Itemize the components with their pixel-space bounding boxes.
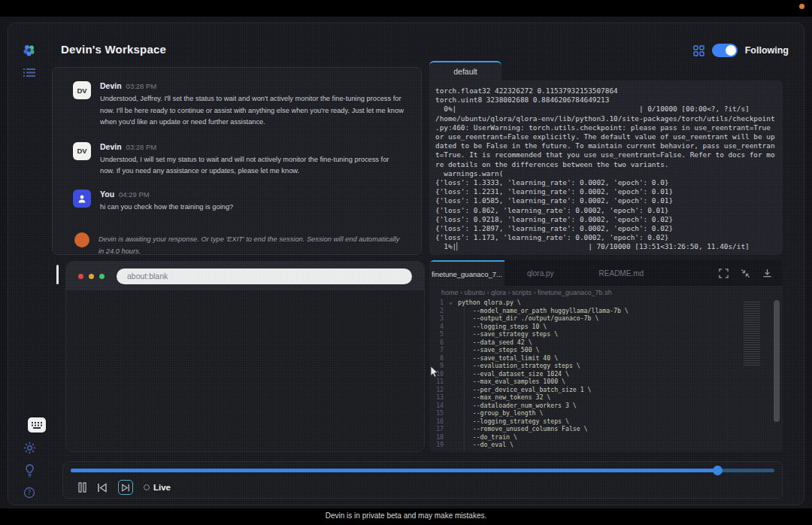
- terminal-line: warnings.warn(: [435, 169, 777, 178]
- editor-tab-label: README.md: [599, 269, 644, 278]
- following-label: Following: [745, 45, 789, 56]
- terminal-line: {'loss': 1.0585, 'learning_rate': 0.0002…: [435, 196, 777, 205]
- breadcrumb-text: home › ubuntu › qlora › scripts › finetu…: [441, 289, 612, 296]
- terminal-line: or use_reentrant=False explicitly. The d…: [435, 132, 777, 141]
- message-text: Understood, Jeffrey. I'll set the status…: [100, 93, 404, 129]
- line-number: 19: [429, 441, 449, 449]
- editor-tab-qlora-py[interactable]: qlora.py: [504, 260, 577, 286]
- live-dot-icon: [144, 484, 150, 490]
- code-line: --logging_steps 10 \: [458, 323, 547, 331]
- code-line: --max_eval_samples 1000 \: [458, 378, 565, 386]
- close-traffic-dot[interactable]: [78, 274, 83, 279]
- code-line: --max_new_tokens 32 \: [458, 393, 550, 402]
- chat-message: DV Devin03:28 PM Understood, I will set …: [73, 142, 404, 178]
- terminal-tab-default[interactable]: default: [429, 61, 501, 80]
- terminal-line: {'loss': 1.3333, 'learning_rate': 0.0002…: [435, 178, 777, 187]
- line-number: 6: [429, 338, 449, 347]
- message-time: 04:29 PM: [119, 190, 150, 199]
- message-author: Devin: [100, 81, 122, 90]
- devin-avatar: DV: [73, 142, 91, 160]
- line-number: 8: [429, 354, 449, 363]
- live-indicator[interactable]: Live: [144, 483, 171, 492]
- line-number: 15: [429, 409, 449, 417]
- progress-fill: [71, 469, 718, 472]
- progress-handle[interactable]: [713, 466, 723, 475]
- breadcrumb[interactable]: home › ubuntu › qlora › scripts › finetu…: [429, 286, 783, 299]
- terminal-line: 0%| | 0/10000 [00:00<?, ?it/s]: [435, 105, 777, 114]
- code-line: --per_device_eval_batch_size 1 \: [458, 386, 591, 394]
- line-number: 17: [429, 425, 449, 433]
- terminal-line: {'loss': 1.2231, 'learning_rate': 0.0002…: [435, 187, 777, 196]
- minimap[interactable]: [744, 302, 760, 366]
- skip-to-start-icon[interactable]: [97, 483, 108, 493]
- terminal-line: torch.float32 422326272 0.11537932153507…: [435, 86, 777, 96]
- message-text: hi can you check how the training is goi…: [100, 202, 233, 214]
- editor-tab-readme-md[interactable]: README.md: [577, 260, 666, 286]
- maximize-traffic-dot[interactable]: [99, 274, 105, 279]
- url-bar[interactable]: about:blank: [117, 269, 412, 284]
- mouse-cursor: [430, 366, 439, 378]
- layout-grid-icon[interactable]: [693, 45, 704, 56]
- keyboard-shortcuts-button[interactable]: [28, 417, 46, 432]
- code-line: --do_eval \: [458, 441, 514, 449]
- session-list-icon[interactable]: [21, 64, 38, 80]
- message-author: You: [100, 190, 114, 199]
- person-icon: [77, 193, 87, 204]
- line-number: 14: [429, 402, 449, 410]
- lightbulb-icon[interactable]: [21, 462, 38, 478]
- code-line: --do_train \: [458, 433, 517, 442]
- editor-tab-label: qlora.py: [527, 269, 554, 278]
- keyboard-icon: [31, 421, 43, 429]
- code-area[interactable]: 1⌄python qlora.py \ 2 --model_name_or_pa…: [429, 299, 783, 452]
- collapse-panes-icon[interactable]: [741, 269, 750, 278]
- message-time: 03:28 PM: [126, 82, 157, 90]
- line-number: 7: [429, 346, 449, 354]
- terminal-panel: default torch.float32 422326272 0.115379…: [429, 61, 783, 255]
- code-line: --eval_dataset_size 1024 \: [458, 370, 569, 378]
- editor-tab-finetune-guanaco[interactable]: finetune_guanaco_7...: [429, 260, 504, 286]
- code-line: --data_seed 42 \: [458, 338, 532, 347]
- download-icon[interactable]: [762, 269, 772, 278]
- devin-logo-icon[interactable]: [21, 42, 38, 59]
- minimize-traffic-dot[interactable]: [89, 274, 94, 279]
- terminal-line: {'loss': 0.862, 'learning_rate': 0.0002,…: [435, 206, 777, 215]
- terminal-line: 1%|▏ | 70/10000 [13:51<31:26:50, 11.40s/…: [435, 242, 777, 251]
- terminal-line: /home/ubuntu/qlora/qlora-env/lib/python3…: [435, 114, 777, 123]
- chat-message: You04:29 PM hi can you check how the tra…: [73, 190, 404, 214]
- code-line: --logging_strategy steps \: [458, 417, 569, 426]
- terminal-line: {'loss': 1.2897, 'learning_rate': 0.0002…: [435, 224, 777, 233]
- line-number: 13: [429, 393, 449, 402]
- code-line: --save_steps 500 \: [458, 346, 539, 354]
- page-title: Devin's Workspace: [61, 43, 166, 56]
- settings-gear-icon[interactable]: [21, 439, 38, 456]
- help-icon[interactable]: ?: [21, 484, 38, 501]
- terminal-output[interactable]: torch.float32 422326272 0.11537932153507…: [429, 80, 783, 255]
- line-number: 3: [429, 314, 449, 323]
- timeline-track[interactable]: [71, 469, 774, 472]
- skip-to-end-icon: [121, 484, 130, 492]
- message-author: Devin: [100, 142, 122, 151]
- indent-guide: [464, 299, 465, 452]
- toggle-knob: [726, 45, 736, 56]
- pause-icon[interactable]: [78, 482, 86, 493]
- message-text: Understood, I will set my status to wait…: [100, 154, 404, 178]
- line-number: 5: [429, 330, 449, 338]
- line-number: 2: [429, 307, 449, 315]
- expand-fullscreen-icon[interactable]: [719, 269, 729, 278]
- following-toggle[interactable]: [712, 44, 738, 57]
- status-dot-icon: [74, 232, 89, 247]
- fold-chevron-icon[interactable]: ⌄: [449, 299, 458, 307]
- line-number: 11: [429, 378, 449, 386]
- panel-resize-handle[interactable]: [56, 265, 59, 284]
- code-line: --save_total_limit 40 \: [458, 354, 558, 363]
- editor-scrollbar[interactable]: [774, 300, 780, 422]
- code-line: python qlora.py \: [458, 299, 521, 307]
- svg-text:?: ?: [28, 490, 31, 496]
- skip-to-live-button[interactable]: [118, 480, 133, 495]
- browser-viewport-blank[interactable]: [66, 290, 424, 452]
- session-status-note: Devin is awaiting your response. Or type…: [98, 232, 404, 255]
- user-avatar: [73, 190, 91, 208]
- pinwheel-logo-icon: [22, 43, 37, 58]
- session-playback-bar: Live: [62, 461, 783, 499]
- line-number: 18: [429, 433, 449, 442]
